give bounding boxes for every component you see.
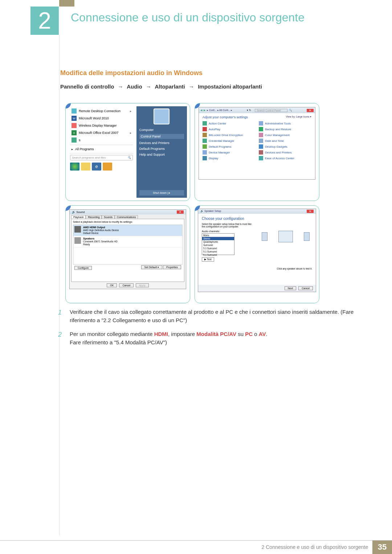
breadcrumb[interactable]: ▸ Cont... ▸ All Cont... ▸ [207, 109, 232, 112]
tab-recording[interactable]: Recording [86, 215, 102, 219]
cp-item-backup[interactable]: Backup and Restore [259, 127, 311, 131]
cancel-button[interactable]: Cancel [298, 286, 313, 290]
nav-fwd-icon[interactable]: ▶ [204, 109, 205, 112]
step-number: 1 [58, 308, 65, 325]
step-1: 1 Verificare che il cavo sia collegato c… [58, 308, 376, 325]
speaker-icon [74, 237, 81, 244]
path-seg-4: Impostazioni altoparlanti [198, 83, 262, 90]
set-default-button[interactable]: Set Default ▾ [141, 265, 163, 269]
cp-item-credential[interactable]: Credential Manager [203, 139, 255, 143]
pc-label: PC [245, 331, 253, 337]
cp-item-gadgets[interactable]: Desktop Gadgets [259, 144, 311, 149]
cp-item-display[interactable]: Display [203, 156, 255, 160]
arrow-icon: → [116, 83, 126, 90]
cp-item-devices-printers[interactable]: Devices and Printers [259, 150, 311, 155]
cp-item-admin-tools[interactable]: Administrative Tools [259, 121, 311, 126]
start-item-s[interactable]: s [70, 137, 133, 143]
tab-playback[interactable]: Playback [71, 215, 86, 219]
cancel-button[interactable]: Cancel [119, 283, 134, 287]
chapter-title: Connessione e uso di un dispositivo sorg… [71, 11, 305, 24]
start-item-wdm[interactable]: Wireless Display Manager [70, 122, 133, 129]
separator [70, 153, 133, 153]
option-51b[interactable]: 5.1 Surround [202, 250, 234, 253]
start-all-programs[interactable]: ▸All Programs [70, 147, 133, 152]
wireless-icon [72, 123, 77, 128]
start-right-default[interactable]: Default Programs [139, 147, 184, 151]
cp-item-ease-of-access[interactable]: Ease of Access Center [259, 156, 311, 160]
arrow-icon: → [144, 83, 154, 90]
gadgets-icon [259, 144, 263, 149]
screenshot-panels: 1 Remote Desktop Connection▸ WMicrosoft … [65, 103, 319, 303]
start-item-label: s [79, 138, 81, 142]
view-by-dropdown[interactable]: View by: Large icons ▾ [286, 115, 311, 119]
speaker-right-icon[interactable] [304, 232, 310, 241]
clock-icon [259, 139, 263, 143]
cp-item-bitlocker[interactable]: BitLocker Drive Encryption [203, 133, 255, 137]
start-right-devices[interactable]: Devices and Printers [139, 141, 184, 145]
taskbar-ie[interactable]: e [92, 163, 101, 171]
window-title: Sound [76, 210, 85, 214]
start-item-excel[interactable]: XMicrosoft Office Excel 2007▸ [70, 130, 133, 136]
cp-item-action-center[interactable]: Action Center [203, 121, 255, 126]
step-text: Per un monitor collegato mediante HDMI, … [70, 330, 376, 347]
device-hdmi[interactable]: AMD HDMI OutputAMD High Definition Audio… [73, 225, 182, 236]
cp-item-autoplay[interactable]: AutoPlay [203, 127, 255, 131]
cp-item-color[interactable]: Color Management [259, 133, 311, 137]
tab-sounds[interactable]: Sounds [102, 215, 115, 219]
search-icon: 🔍 [127, 156, 131, 159]
rdc-icon [72, 108, 77, 114]
audio-channels-listbox[interactable]: Mono Stereo Quadraphonic Surround 5.1 Su… [202, 233, 234, 255]
printer-icon [259, 150, 263, 155]
arrow-icon: → [187, 83, 196, 90]
option-51[interactable]: 5.1 Surround [202, 247, 234, 250]
apply-button[interactable]: Apply [136, 283, 149, 287]
start-button[interactable] [70, 163, 79, 171]
test-button[interactable]: ▶ Test [202, 257, 214, 262]
start-right-control-panel[interactable]: Control Panel [139, 134, 184, 139]
cp-item-default-programs[interactable]: Default Programs [203, 144, 255, 149]
close-button[interactable]: ✕ [307, 109, 314, 112]
panel-speaker-setup: 4 🔊 Speaker Setup✕ Choose your configura… [195, 205, 319, 303]
next-button[interactable]: Next [285, 286, 296, 290]
footer-rule [0, 540, 392, 541]
tab-communications[interactable]: Communications [115, 215, 138, 219]
control-panel-items: Action Center Administrative Tools AutoP… [203, 121, 311, 160]
nav-back-icon[interactable]: ◀ [200, 109, 202, 112]
start-item-word[interactable]: WMicrosoft Word 2010 [70, 115, 133, 122]
option-stereo[interactable]: Stereo [202, 237, 234, 240]
start-right-computer[interactable]: Computer [139, 128, 184, 132]
start-item-rdc[interactable]: Remote Desktop Connection▸ [70, 108, 133, 114]
cp-item-device-manager[interactable]: Device Manager [203, 150, 255, 155]
start-item-label: Wireless Display Manager [79, 124, 117, 127]
close-button[interactable]: ✕ [177, 210, 184, 214]
start-item-label: Microsoft Office Excel 2007 [79, 131, 118, 135]
color-icon [259, 133, 263, 137]
start-search-input[interactable]: Search programs and files🔍 [70, 155, 133, 160]
speaker-left-icon[interactable] [262, 232, 268, 241]
option-quad[interactable]: Quadraphonic [202, 240, 234, 243]
separator [70, 145, 133, 145]
close-button[interactable]: ✕ [307, 210, 314, 213]
device-speakers[interactable]: SpeakersConexant 20671 SmartAudio HDRead… [73, 236, 182, 247]
properties-button[interactable]: Properties [163, 265, 181, 269]
footer-chapter-label: 2 Connessione e uso di un dispositivo so… [262, 540, 372, 554]
cp-item-datetime[interactable]: Date and Time [259, 139, 311, 143]
window-title: Speaker Setup [204, 210, 221, 212]
ok-button[interactable]: OK [107, 283, 117, 287]
instruction-text: Select a playback device below to modify… [73, 221, 183, 223]
option-51c[interactable]: 5.1 Surround [202, 253, 234, 257]
chevron-right-icon: ▸ [72, 148, 73, 151]
configure-button[interactable]: Configure [74, 266, 92, 270]
start-right-help[interactable]: Help and Support [139, 153, 184, 156]
speaker-setup-window: 🔊 Speaker Setup✕ Choose your configurati… [198, 209, 316, 292]
playback-device-list: AMD HDMI OutputAMD High Definition Audio… [73, 225, 183, 264]
shutdown-button[interactable]: Shut down | ▸ [139, 190, 184, 196]
word-icon: W [72, 116, 77, 121]
search-input[interactable]: Search Control Panel [255, 109, 287, 112]
taskbar-wmp[interactable] [103, 163, 112, 171]
option-surround[interactable]: Surround [202, 243, 234, 247]
excel-icon: X [72, 130, 77, 135]
option-mono[interactable]: Mono [202, 234, 234, 237]
taskbar-explorer[interactable] [81, 163, 90, 171]
programs-icon [203, 144, 207, 149]
